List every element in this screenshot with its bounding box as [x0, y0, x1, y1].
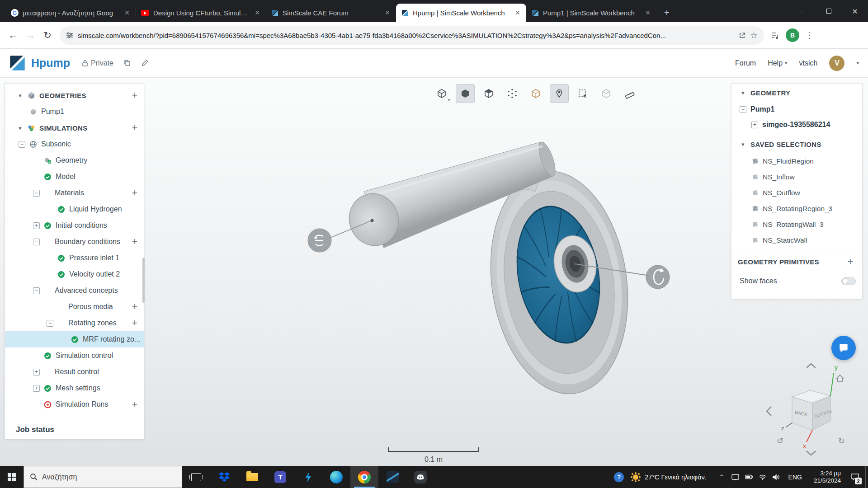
weather-widget[interactable]: 27°C Γενικά ηλιοφάν. — [631, 474, 707, 481]
start-button[interactable] — [0, 466, 24, 488]
browser-tab-google[interactable]: G μεταφραση - Αναζήτηση Goog × — [5, 4, 136, 22]
show-faces-toggle[interactable] — [841, 277, 856, 285]
geometry-section-header[interactable]: ▾ GEOMETRY — [731, 84, 862, 102]
measure-tool-icon[interactable] — [620, 84, 639, 103]
tree-item-simulation-runs[interactable]: Simulation Runs + — [5, 396, 144, 413]
add-geometry-primitive-button[interactable]: + — [844, 256, 857, 267]
saved-selection-ns-inflow[interactable]: NS_Inflow — [731, 169, 862, 185]
copy-project-icon[interactable] — [123, 59, 131, 67]
add-porous-media-button[interactable]: + — [128, 301, 141, 313]
rotating-zone-annotation-icon[interactable] — [646, 265, 670, 289]
dropbox-app[interactable] — [210, 466, 238, 488]
wifi-tray-icon[interactable] — [757, 474, 769, 480]
tree-item-boundary-conditions[interactable]: − Boundary conditions + — [5, 234, 144, 250]
forum-link[interactable]: Forum — [735, 59, 756, 67]
surfaces-with-edges-icon[interactable] — [479, 84, 498, 103]
saved-selection-ns-fluidregion[interactable]: NS_FluidRegion — [731, 153, 862, 169]
rename-project-icon[interactable] — [141, 59, 149, 67]
view-cube[interactable]: BACK BOTTOM — [792, 390, 832, 430]
file-explorer-app[interactable] — [238, 466, 266, 488]
tree-item-simulations[interactable]: ▾ SIMULATIONS + — [5, 120, 144, 136]
forward-button[interactable]: → — [22, 27, 39, 44]
tree-item-pump1[interactable]: Pump1 — [5, 103, 144, 120]
rotate-up-icon[interactable] — [807, 364, 816, 368]
tree-item-mesh-settings[interactable]: + Mesh settings — [5, 380, 144, 396]
tree-item-materials[interactable]: − Materials + — [5, 185, 144, 201]
mesh-clip-icon[interactable] — [597, 84, 616, 103]
new-tab-button[interactable]: + — [660, 6, 674, 19]
add-material-button[interactable]: + — [128, 187, 141, 199]
job-status-bar[interactable]: Job status — [5, 420, 144, 439]
tree-item-liquid-hydrogen[interactable]: Liquid Hydrogen — [5, 201, 144, 217]
browser-tab-forum[interactable]: SimScale CAE Forum × — [266, 4, 396, 22]
discord-app[interactable] — [406, 466, 434, 488]
chevron-down-icon[interactable]: ▾ — [17, 125, 24, 131]
tree-item-subsonic[interactable]: − Subsonic — [5, 136, 144, 152]
expand-icon[interactable]: + — [33, 222, 40, 229]
add-simulation-run-button[interactable]: + — [128, 399, 141, 410]
chrome-app[interactable] — [350, 466, 378, 488]
geometry-pump1-row[interactable]: − Pump1 — [731, 102, 862, 117]
saved-selection-ns-rotatingwall[interactable]: NS_RotatingWall_3 — [731, 216, 862, 232]
collapse-icon[interactable]: − — [19, 141, 25, 148]
collapse-icon[interactable]: − — [33, 287, 40, 294]
minimize-button[interactable] — [789, 0, 816, 22]
browser-menu-icon[interactable]: ⋮ — [806, 30, 814, 40]
rotate-ccw-icon[interactable]: ↺ — [777, 436, 783, 446]
add-boundary-condition-button[interactable]: + — [128, 236, 141, 248]
browser-profile-avatar[interactable]: B — [786, 28, 799, 42]
expand-icon[interactable]: + — [751, 122, 758, 128]
saved-selection-ns-staticwall[interactable]: NS_StaticWall — [731, 232, 862, 248]
notification-center-button[interactable]: 2 — [847, 466, 863, 488]
pinned-app[interactable] — [378, 466, 406, 488]
media-controls-icon[interactable] — [770, 31, 779, 40]
browser-tab-pump1[interactable]: Pump1 | SimScale Workbench × — [526, 4, 656, 22]
open-in-new-icon[interactable] — [739, 32, 745, 39]
tree-item-advanced-concepts[interactable]: − Advanced concepts — [5, 282, 144, 299]
tree-item-initial-conditions[interactable]: + Initial conditions — [5, 217, 144, 234]
tab-close-icon[interactable]: × — [514, 8, 522, 18]
show-desktop-strip[interactable] — [865, 466, 868, 488]
saved-selections-header[interactable]: ▾ SAVED SELECTIONS — [731, 135, 862, 153]
refresh-button[interactable]: ↻ — [39, 27, 56, 44]
back-button[interactable]: ← — [5, 27, 22, 44]
taskbar-search[interactable]: Αναζήτηση — [24, 466, 182, 488]
chevron-down-icon[interactable]: ▾ — [17, 92, 24, 99]
browser-tab-youtube[interactable]: Design Using CFturbo, Simulate × — [136, 4, 266, 22]
expand-icon[interactable]: + — [33, 369, 40, 375]
expand-icon[interactable]: + — [33, 385, 40, 392]
bolt-app[interactable] — [294, 466, 322, 488]
tree-item-porous-media[interactable]: Porous media + — [5, 299, 144, 315]
rotate-down-icon[interactable] — [807, 451, 816, 455]
geometry-id-row[interactable]: + simgeo-1935586214 — [731, 117, 862, 132]
add-rotating-zone-button[interactable]: + — [128, 317, 141, 329]
collapse-icon[interactable]: − — [33, 239, 40, 245]
inlet-flow-annotation-icon[interactable] — [308, 229, 331, 252]
geometry-primitives-header[interactable]: GEOMETRY PRIMITIVES + — [731, 252, 862, 271]
bookmark-star-icon[interactable]: ☆ — [750, 30, 758, 41]
navigation-cube[interactable]: BACK BOTTOM y x z ↺ ↻ — [765, 361, 860, 459]
tab-close-icon[interactable]: × — [383, 8, 392, 18]
tree-item-mrf-rotating-zone[interactable]: MRF rotating zo... — [5, 331, 144, 347]
user-menu-chevron-icon[interactable]: ▾ — [856, 60, 859, 66]
help-tray-icon[interactable]: ? — [614, 472, 624, 482]
battery-tray-icon[interactable] — [743, 474, 755, 479]
url-text[interactable]: simscale.com/workbench/?pid=689065415767… — [78, 32, 734, 39]
address-bar[interactable]: simscale.com/workbench/?pid=689065415767… — [60, 26, 764, 45]
home-view-icon[interactable] — [836, 375, 844, 382]
maximize-button[interactable] — [816, 0, 842, 22]
vertices-icon[interactable] — [503, 84, 522, 103]
tree-item-model[interactable]: Model — [5, 169, 144, 185]
hidden-icons-chevron[interactable]: ⌃ — [719, 474, 724, 480]
tree-item-result-control[interactable]: + Result control — [5, 364, 144, 380]
close-button[interactable]: × — [842, 0, 868, 22]
tree-item-simulation-control[interactable]: Simulation control — [5, 347, 144, 364]
privacy-badge[interactable]: Private — [82, 59, 113, 67]
rotate-left-icon[interactable] — [767, 407, 771, 416]
language-indicator[interactable]: ENG — [788, 474, 802, 481]
add-geometry-button[interactable]: + — [128, 89, 141, 101]
teams-app[interactable]: T — [266, 466, 294, 488]
tab-close-icon[interactable]: × — [123, 8, 131, 18]
browser-tab-hpump-active[interactable]: Hpump | SimScale Workbench × — [396, 4, 526, 22]
tree-item-geometries[interactable]: ▾ GEOMETRIES + — [5, 87, 144, 103]
